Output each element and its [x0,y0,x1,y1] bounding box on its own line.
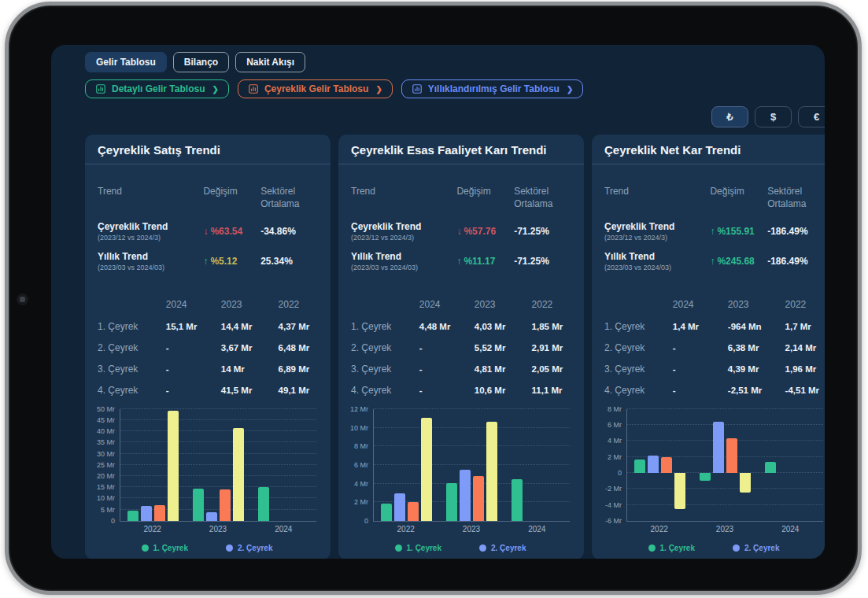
y-tick-label: -4 Mr [605,501,622,509]
trend-header-cell: Sektörel Ortalama [514,185,571,210]
quarter-table-header: 202420232022 [604,293,825,316]
quarter-label: 4. Çeyrek [351,385,419,396]
trend-header-cell: Sektörel Ortalama [260,185,318,210]
bar [486,422,497,520]
trend-change-value: %11.17 [464,256,495,267]
bar [421,418,432,521]
trend-row: Çeyreklik Trend(2023/12 vs 2024/3)↓%63.5… [98,221,318,242]
year-header: 2022 [279,299,318,310]
trend-period: (2023/03 vs 2024/03) [98,264,203,271]
quarter-row: 1. Çeyrek4,48 Mr4,03 Mr1,85 Mr [351,316,571,338]
quarter-value: 1,4 Mr [673,322,728,331]
trend-change: ↑%245.68 [710,256,767,267]
bar [381,504,392,521]
bar [700,473,711,481]
legend-item[interactable]: 1. Çeyrek [648,544,695,552]
quarter-label: 3. Çeyrek [98,364,166,375]
legend-item[interactable]: 2. Çeyrek [479,544,526,552]
currency-usd-button[interactable]: $ [755,106,792,127]
trend-header-cell: Trend [604,185,710,197]
trend-name-cell: Çeyreklik Trend(2023/12 vs 2024/3) [604,221,710,242]
year-header: 2022 [785,299,825,310]
quarter-row: 2. Çeyrek-6,38 Mr2,14 Mr [604,338,825,359]
gridline [120,453,316,454]
legend-dot-icon [395,544,402,552]
year-header: 2024 [166,299,221,310]
legend-item[interactable]: 2. Çeyrek [226,544,272,552]
year-header: 2022 [532,299,571,310]
y-tick-label: 8 Mr [354,442,368,450]
quarter-table: 2024202320221. Çeyrek1,4 Mr-964 Mn1,7 Mr… [592,284,825,403]
trend-name: Çeyreklik Trend [351,221,456,233]
x-label: 2024 [758,525,823,533]
x-label: 2022 [626,525,692,533]
quarter-row: 3. Çeyrek-4,39 Mr1,96 Mr [604,359,825,380]
y-tick-label: 50 Mr [97,405,115,413]
y-tick-label: 0 [364,517,368,525]
trend-name-cell: Yıllık Trend(2023/03 vs 2024/03) [351,251,456,271]
y-tick-label: 6 Mr [608,421,622,429]
quarter-value: 1,96 Mr [785,364,825,374]
trend-sector-average: -71.25% [514,256,571,267]
quarter-value: -2,51 Mr [728,386,785,395]
trend-header-cell: Trend [351,185,456,197]
y-tick-label: 40 Mr [97,427,115,435]
trend-name: Çeyreklik Trend [604,221,710,233]
trend-arrow-icon: ↓ [203,226,208,237]
tab-gelir-tablosu[interactable]: Gelir Tablosu [85,52,167,72]
gridline [627,488,823,489]
currency-try-button[interactable]: ₺ [711,106,748,127]
gridline [374,445,570,446]
trend-name: Çeyreklik Trend [98,221,203,233]
chart-area: 8 Mr6 Mr4 Mr2 Mr0-2 Mr-4 Mr-6 Mr [598,409,825,522]
quarter-table: 2024202320221. Çeyrek15,1 Mr14,4 Mr4,37 … [85,284,331,403]
quick-link-detayli-gelir-tablosu[interactable]: Detaylı Gelir Tablosu ❯ [85,79,229,98]
trend-header-cell: Değişim [203,185,260,197]
y-tick-label: 4 Mr [608,437,622,445]
chevron-right-icon: ❯ [212,85,218,94]
trend-header-cell: Sektörel Ortalama [767,185,825,210]
bar [127,511,139,520]
legend-dot-icon [733,544,740,552]
y-tick-label: 4 Mr [354,480,368,488]
legend-item[interactable]: 2. Çeyrek [733,544,779,552]
chart-area: 12 Mr10 Mr8 Mr6 Mr4 Mr2 Mr0 [345,409,576,522]
currency-eur-button[interactable]: € [798,106,825,127]
gridline [120,430,316,431]
trend-arrow-icon: ↑ [456,256,461,267]
trend-arrow-icon: ↑ [203,256,208,267]
x-axis: 202220232024 [373,525,570,533]
quick-link-ceyreklik-gelir-tablosu[interactable]: Çeyreklik Gelir Tablosu ❯ [238,79,393,98]
trend-change-value: %155.91 [717,226,754,237]
quarter-label: 1. Çeyrek [351,321,419,332]
y-tick-label: -2 Mr [605,485,622,493]
legend: 1. Çeyrek2. Çeyrek3. Çeyrek4. Çeyrek [598,544,825,559]
gridline [120,464,316,465]
gridline [374,464,570,465]
trend-period: (2023/12 vs 2024/3) [604,234,710,242]
quarter-value: 14,4 Mr [221,322,279,331]
trend-name: Yıllık Trend [604,251,710,263]
legend-label: 1. Çeyrek [407,544,441,552]
bar [258,487,269,521]
quarter-value: - [673,364,728,374]
y-tick-label: 8 Mr [608,405,622,413]
trend-header-cell: Trend [98,185,203,197]
quarter-value: 1,7 Mr [785,322,825,331]
quick-link-label: Yıllıklandırılmış Gelir Tablosu [428,83,560,94]
tab-nakit-akisi[interactable]: Nakit Akışı [235,52,305,72]
y-tick-label: 6 Mr [354,461,368,469]
quarter-value: 4,81 Mr [475,364,532,374]
quick-link-yilliklandirilmis-gelir-tablosu[interactable]: Yıllıklandırılmış Gelir Tablosu ❯ [401,79,584,98]
quarter-value: 2,14 Mr [785,343,825,353]
trend-change-value: %63.54 [210,226,242,237]
gridline [120,419,316,420]
trend-change-value: %245.68 [717,256,754,267]
legend-item[interactable]: 1. Çeyrek [142,544,188,552]
quarter-label: 4. Çeyrek [604,385,673,396]
legend-item[interactable]: 1. Çeyrek [395,544,441,552]
tab-bilanco[interactable]: Bilanço [173,52,229,72]
quarter-label: 3. Çeyrek [604,364,673,375]
panel-title: Çeyreklik Net Kar Trendi [592,135,825,164]
currency-switcher: ₺ $ € [85,106,825,127]
